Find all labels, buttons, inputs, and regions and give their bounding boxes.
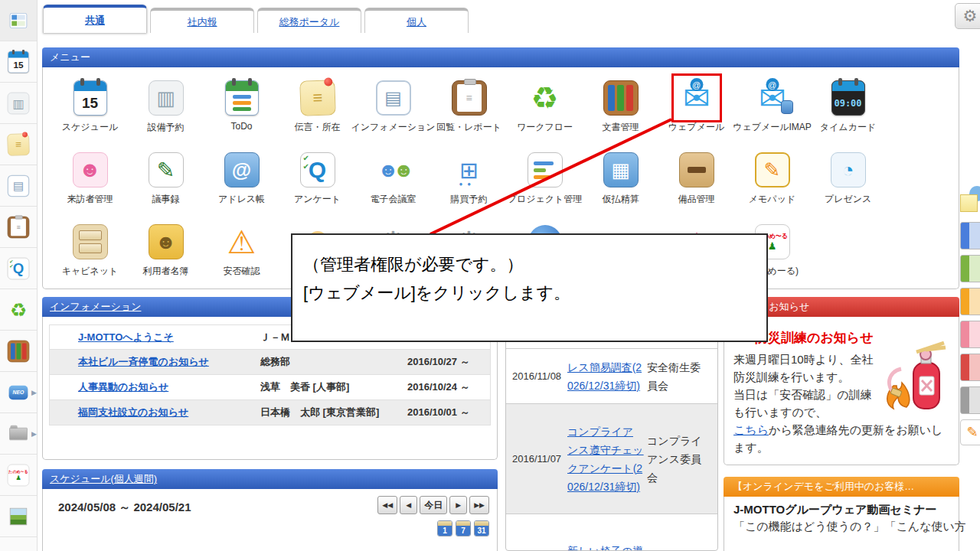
highlight-red-frame xyxy=(671,73,722,122)
sidebar-item-tanomail[interactable]: たのめ〜る♟ xyxy=(0,455,37,496)
emergency-contact-link[interactable]: こちら xyxy=(733,423,769,436)
schedule-view-7-day[interactable]: 7 xyxy=(456,520,471,536)
schedule-view-31-day[interactable]: 31 xyxy=(474,520,489,536)
menu-item-ウェブメール[interactable]: ✉@ウェブメール xyxy=(658,70,734,142)
menu-item-label: 来訪者管理 xyxy=(67,193,113,206)
survey-title-link[interactable]: 新しい椅子の導入に関 xyxy=(567,537,647,551)
menu-item-回覧・レポート[interactable]: ≡回覧・レポート xyxy=(431,70,507,142)
schedule-view-buttons: 1731 xyxy=(437,520,489,536)
menu-item-プレゼンス[interactable]: ◔プレゼンス xyxy=(810,142,886,214)
sidebar-item-note-pin[interactable]: ≡ xyxy=(0,124,37,165)
right-strip-color-block-6[interactable] xyxy=(960,386,980,414)
settings-button[interactable]: ⚙ xyxy=(955,3,980,29)
schedule-nav-今日[interactable]: 今日 xyxy=(420,496,447,514)
tutorial-callout-box: （管理者権限が必要です。） [ウェブメール]をクリックします。 xyxy=(291,233,768,342)
sidebar-item-photo[interactable] xyxy=(0,496,37,537)
sidebar-item-workflow[interactable]: ♻ xyxy=(0,289,37,331)
sidebar-item-portal-layout[interactable] xyxy=(0,0,37,41)
box-icon xyxy=(679,152,714,187)
menu-item-label: 設備予約 xyxy=(148,121,185,134)
menu-item-議事録[interactable]: ✎議事録 xyxy=(128,142,204,214)
menu-item-文書管理[interactable]: 文書管理 xyxy=(583,70,658,142)
menu-item-キャビネット[interactable]: キャビネット xyxy=(52,214,128,286)
information-title-link[interactable]: J-MOTTOへようこそ xyxy=(78,331,260,344)
sidebar-item-neo[interactable]: NEO▶ xyxy=(0,372,37,413)
right-strip-color-block-1[interactable] xyxy=(960,222,980,249)
menu-item-label: 電子会議室 xyxy=(371,193,416,206)
schedule-panel-header: スケジュール(個人週間) xyxy=(42,469,498,489)
menu-item-インフォメーション[interactable]: ▤インフォメーション xyxy=(355,70,431,142)
survey-title-link[interactable]: レス簡易調査(2026/12/31締切) xyxy=(567,354,647,399)
menu-item-スケジュール[interactable]: 15スケジュール xyxy=(52,70,128,142)
information-title-link[interactable]: 人事異動のお知らせ xyxy=(78,380,260,394)
menu-item-label: アドレス帳 xyxy=(218,193,265,206)
sidebar-item-folder[interactable]: ▶ xyxy=(0,413,37,455)
menu-panel-header: メニュー xyxy=(42,47,959,67)
right-strip-color-block-4[interactable] xyxy=(960,321,980,348)
schedule-nav-buttons: ◀◀◀今日▶▶▶ xyxy=(377,496,489,514)
menu-item-label: キャビネット xyxy=(62,265,119,278)
menu-item-伝言・所在[interactable]: ≡伝言・所在 xyxy=(279,70,355,142)
menu-item-label: アンケート xyxy=(294,193,341,206)
menu-item-アンケート[interactable]: Q✔✔アンケート xyxy=(279,142,355,214)
menu-item-label: 文書管理 xyxy=(603,121,639,134)
schedule-nav-▶▶[interactable]: ▶▶ xyxy=(469,496,489,514)
sidebar-item-projector[interactable]: ▥ xyxy=(0,83,37,124)
right-strip-pencil-icon[interactable]: ✎ xyxy=(960,419,980,445)
sidebar-item-survey-q[interactable]: Q✔✔ xyxy=(0,248,37,289)
information-title-link[interactable]: 本社ビル一斉停電のお知らせ xyxy=(78,355,260,369)
menu-item-ToDo[interactable]: ToDo xyxy=(204,70,279,142)
menu-item-label: 利用者名簿 xyxy=(143,265,189,278)
menu-item-電子会議室[interactable]: ☻☻電子会議室 xyxy=(355,142,431,214)
right-strip-sticky-icon[interactable] xyxy=(960,186,980,215)
demo-panel-header: 【オンラインデモをご利用中のお客様… xyxy=(724,477,959,497)
menu-item-メモパッド[interactable]: ✎メモパッド xyxy=(734,142,810,214)
menu-item-プロジェクト管理[interactable]: プロジェクト管理 xyxy=(507,142,583,214)
survey-organization: コンプライアンス委員会 xyxy=(647,432,708,487)
information-title-link[interactable]: 福岡支社設立のお知らせ xyxy=(78,406,260,419)
sidebar-item-calendar-15[interactable]: 15 xyxy=(0,41,37,83)
schedule-nav-◀◀[interactable]: ◀◀ xyxy=(377,496,397,514)
schedule-view-1-day[interactable]: 1 xyxy=(437,520,452,536)
right-strip-color-block-2[interactable] xyxy=(960,255,980,282)
projector-icon: ▥ xyxy=(8,92,30,114)
tanomail-icon: たのめ〜る♟ xyxy=(8,464,30,486)
expand-arrow-icon: ▶ xyxy=(31,430,37,438)
menu-item-備品管理[interactable]: 備品管理 xyxy=(658,142,734,214)
info-board-icon: ▤ xyxy=(8,174,30,197)
tab-4[interactable]: 個人 xyxy=(364,8,469,33)
tab-3[interactable]: 総務ポータル xyxy=(257,8,361,33)
menu-item-ワークフロー[interactable]: ♻ワークフロー xyxy=(507,70,583,142)
schedule-nav-◀[interactable]: ◀ xyxy=(400,496,417,514)
menu-item-購買予約[interactable]: ⊞●●購買予約 xyxy=(431,142,507,214)
tab-label: 共通 xyxy=(85,14,105,28)
memopad-icon: ✎ xyxy=(755,152,790,187)
right-strip-color-block-5[interactable] xyxy=(960,354,980,381)
information-panel-title-link[interactable]: インフォメーション xyxy=(50,300,141,314)
information-date: 2016/10/27 ～ xyxy=(407,355,470,369)
menu-item-安否確認[interactable]: ⚠安否確認 xyxy=(204,214,279,286)
menu-item-設備予約[interactable]: ▥設備予約 xyxy=(128,70,204,142)
right-strip-color-block-3[interactable] xyxy=(960,288,980,315)
sidebar-item-clipboard[interactable]: ≡ xyxy=(0,207,37,248)
sidebar-item-info-board[interactable]: ▤ xyxy=(0,165,37,207)
schedule-nav-▶[interactable]: ▶ xyxy=(449,496,467,514)
menu-item-タイムカード[interactable]: 09:00タイムカード xyxy=(810,70,886,142)
schedule-panel-title-link[interactable]: スケジュール(個人週間) xyxy=(50,472,157,486)
menu-item-仮払精算[interactable]: ▦仮払精算 xyxy=(583,142,658,214)
menu-item-来訪者管理[interactable]: ☻来訪者管理 xyxy=(52,142,128,214)
menu-item-ウェブメールIMAP[interactable]: ✉@ウェブメールIMAP xyxy=(734,70,810,142)
pencil-icon: ✎ xyxy=(960,419,980,445)
sidebar-item-binders[interactable] xyxy=(0,331,37,372)
tab-1[interactable]: 共通 xyxy=(43,5,147,33)
menu-item-アドレス帳[interactable]: @アドレス帳 xyxy=(204,142,279,214)
tab-2[interactable]: 社内報 xyxy=(150,8,254,33)
demo-seminar-text: 「この機能はどう使うの？」「こんな使い方 xyxy=(733,520,949,534)
menu-item-利用者名簿[interactable]: ☻利用者名簿 xyxy=(128,214,204,286)
information-row: 福岡支社設立のお知らせ日本橋 太郎 [東京営業部]2016/10/01 ～ xyxy=(49,400,491,425)
menu-item-label: 安否確認 xyxy=(224,265,260,278)
information-sender: 浅草 美香 [人事部] xyxy=(260,380,407,394)
information-date: 2016/10/24 ～ xyxy=(407,380,470,394)
demo-seminar-title: J-MOTTOグループウェア動画セミナー xyxy=(733,503,949,517)
survey-title-link[interactable]: コンプライアンス遵守チェックアンケート(2026/12/31締切) xyxy=(567,418,647,500)
